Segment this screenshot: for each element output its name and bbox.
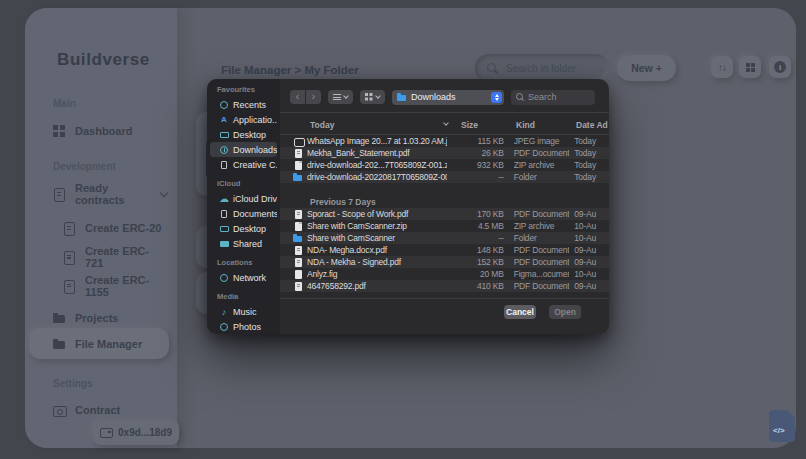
dialog-toolbar: ‹ › Downloads Search <box>290 87 603 107</box>
file-row[interactable]: Anlyz.fig 20 MB Figma...ocument 10-Au <box>280 268 609 280</box>
sidebar-group: Favourites Recents Applicatio... Desktop… <box>207 85 280 172</box>
sidebar-item-file-manager[interactable]: File Manager <box>53 334 167 354</box>
globe-icon <box>219 273 229 283</box>
cancel-button[interactable]: Cancel <box>504 305 536 319</box>
sidebar-item-projects[interactable]: Projects <box>53 308 167 328</box>
display-icon <box>219 130 229 140</box>
brand-logo: Buildverse <box>57 50 150 70</box>
sidebar-group-label: Media <box>217 292 280 303</box>
zip-icon <box>293 221 303 231</box>
contract-doc-icon <box>53 188 66 201</box>
sidebar-item-contract[interactable]: Contract <box>53 400 167 420</box>
file-row[interactable]: Share with CamScanner.zip 4.5 MB ZIP arc… <box>280 220 609 232</box>
file-row[interactable]: drive-download-20220817T065809Z-001 -- F… <box>280 171 609 183</box>
search-placeholder: Search in folder <box>506 63 576 74</box>
folder-icon <box>293 233 303 243</box>
dropdown-caret-icon <box>491 92 502 103</box>
dialog-sidebar-groups: Favourites Recents Applicatio... Desktop… <box>207 85 280 334</box>
dashboard-icon <box>53 125 66 138</box>
cloud-icon <box>219 194 229 204</box>
image-icon <box>293 136 303 146</box>
info-icon: i <box>774 61 786 73</box>
file-row[interactable]: drive-download-202...7T065809Z-001.zip 9… <box>280 159 609 171</box>
sidebar-item-label: Create ERC-20 <box>85 222 161 234</box>
screen: Buildverse Main Dashboard Development Re… <box>0 0 806 459</box>
breadcrumb: File Manager > My Folder <box>221 64 359 76</box>
sort-button[interactable]: ↑↓ <box>711 56 733 78</box>
dialog-content: ‹ › Downloads Search <box>280 79 609 334</box>
file-row[interactable]: NDA - Mekha - Signed.pdf 152 KB PDF Docu… <box>280 256 609 268</box>
contract-doc-icon <box>63 280 76 293</box>
forward-button[interactable]: › <box>306 90 321 104</box>
sidebar-location-item[interactable]: Desktop <box>210 127 277 142</box>
location-label: Downloads <box>411 92 491 102</box>
sidebar-item-create-erc1155[interactable]: Create ERC-1155 <box>63 276 167 296</box>
sidebar-location-item[interactable]: Desktop <box>210 221 277 236</box>
sidebar-item-label: Create ERC-1155 <box>85 274 167 298</box>
sidebar-location-item[interactable]: Creative C... <box>210 157 277 172</box>
sidebar-location-item[interactable]: iCloud Drive <box>210 191 277 206</box>
info-button[interactable]: i <box>769 56 791 78</box>
sidebar-item-label: File Manager <box>75 338 142 350</box>
file-row[interactable]: 4647658292.pdf 410 KB PDF Document 09-Au <box>280 280 609 292</box>
contract-doc-icon <box>63 251 76 264</box>
section-label-development: Development <box>53 161 116 172</box>
back-button[interactable]: ‹ <box>290 90 305 104</box>
sidebar-location-item[interactable]: Applicatio... <box>210 112 277 127</box>
sidebar-location-item[interactable]: Recents <box>210 97 277 112</box>
sidebar-group-label: Favourites <box>217 85 280 96</box>
sidebar-location-item[interactable]: Photos <box>210 319 277 334</box>
section-label-main: Main <box>53 98 76 109</box>
dialog-search-placeholder: Search <box>528 92 557 102</box>
column-headers: Today Size Kind Date Ad <box>280 118 609 132</box>
file-row[interactable]: WhatsApp Image 20...7 at 1.03.20 AM.jpeg… <box>280 135 609 147</box>
section-label-settings: Settings <box>53 378 92 389</box>
file-row[interactable]: NDA- Megha.docx.pdf 148 KB PDF Document … <box>280 244 609 256</box>
sidebar-item-create-erc721[interactable]: Create ERC-721 <box>63 247 167 267</box>
sidebar-location-item[interactable]: Shared <box>210 236 277 251</box>
file-row[interactable]: Sporact - Scope of Work.pdf 170 KB PDF D… <box>280 208 609 220</box>
sidebar-item-dashboard[interactable]: Dashboard <box>53 121 167 141</box>
new-button[interactable]: New + <box>617 55 676 81</box>
pdf-icon <box>293 281 303 291</box>
icon-view-button[interactable] <box>360 90 385 104</box>
column-header-kind[interactable]: Kind <box>516 120 535 130</box>
sidebar-location-item[interactable]: Documents <box>210 206 277 221</box>
open-file-dialog: Favourites Recents Applicatio... Desktop… <box>207 79 609 334</box>
list-view-button[interactable] <box>328 90 353 104</box>
column-header-date[interactable]: Date Ad <box>576 120 608 130</box>
chevron-down-icon <box>160 188 168 196</box>
location-dropdown[interactable]: Downloads <box>392 90 504 105</box>
sort-arrows-icon: ↑↓ <box>718 62 726 73</box>
dialog-search-input[interactable]: Search <box>511 90 595 105</box>
chevron-down-icon <box>343 93 349 99</box>
sidebar-location-item[interactable]: Downloads <box>210 142 277 157</box>
sidebar-group-label: iCloud <box>217 179 280 190</box>
column-header-name[interactable]: Today <box>310 120 334 130</box>
sidebar-item-create-erc20[interactable]: Create ERC-20 <box>63 218 167 238</box>
folder-search-input[interactable]: Search in folder <box>475 54 609 82</box>
open-button[interactable]: Open <box>549 305 581 319</box>
file-row[interactable]: Share with CamScanner -- Folder 10-Au <box>280 232 609 244</box>
sidebar-item-ready-contracts[interactable]: Ready contracts <box>53 184 167 204</box>
grid-view-button[interactable] <box>739 56 761 78</box>
shared-folder-icon <box>219 239 229 249</box>
file-row[interactable]: Mekha_Bank_Statement.pdf 26 KB PDF Docum… <box>280 147 609 159</box>
sidebar-item-label: Ready contracts <box>75 182 143 206</box>
sidebar-location-item[interactable]: Music <box>210 304 277 319</box>
pdf-icon <box>293 148 303 158</box>
clock-icon <box>219 100 229 110</box>
grid-icon <box>746 63 755 72</box>
sidebar-location-item[interactable]: Network <box>210 270 277 285</box>
folder-icon <box>53 338 66 351</box>
document-icon <box>219 209 229 219</box>
wallet-address-badge[interactable]: 0x9d...18d9 <box>93 420 179 445</box>
display-icon <box>219 224 229 234</box>
music-note-icon <box>219 307 229 317</box>
fig-icon <box>293 269 303 279</box>
file-list: WhatsApp Image 20...7 at 1.03.20 AM.jpeg… <box>280 135 609 292</box>
folder-icon <box>293 172 303 182</box>
column-header-size[interactable]: Size <box>461 120 478 130</box>
pdf-icon <box>293 257 303 267</box>
folder-icon <box>53 312 66 325</box>
